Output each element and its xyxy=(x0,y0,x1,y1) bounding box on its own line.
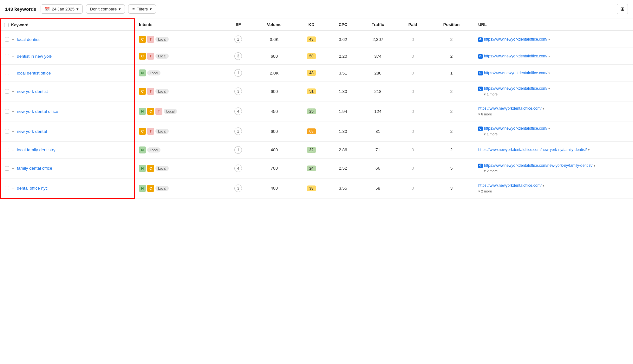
keyword-link[interactable]: local family dentistry xyxy=(17,147,55,152)
volume-cell: 700 xyxy=(253,158,296,178)
table-row: + new york dental office NCTLocal4450251… xyxy=(1,101,633,121)
url-more[interactable]: ▾ 2 more xyxy=(478,189,544,194)
navigational-intent-badge: N xyxy=(139,146,146,153)
keyword-link[interactable]: local dentist xyxy=(17,37,39,42)
compare-button[interactable]: Don't compare ▾ xyxy=(86,4,125,14)
sf-cell: 3 xyxy=(224,81,253,101)
cpc-cell: 2.52 xyxy=(327,158,359,178)
keywords-table: Keyword Intents SF Volume KD CPC Traffic… xyxy=(0,18,633,199)
sf-value: 2 xyxy=(234,127,242,135)
add-keyword-icon[interactable]: + xyxy=(12,129,14,134)
row-checkbox[interactable] xyxy=(5,166,9,171)
sf-cell: 1 xyxy=(224,65,253,81)
kd-cell: 38 xyxy=(296,178,327,198)
url-dropdown-arrow[interactable]: ▾ xyxy=(594,164,595,167)
url-link[interactable]: https://www.newyorkdentaloffice.com/ ▾ xyxy=(484,126,550,131)
row-checkbox[interactable] xyxy=(5,148,9,152)
kd-cell: 50 xyxy=(296,48,327,65)
url-dropdown-arrow[interactable]: ▾ xyxy=(548,38,550,41)
url-dropdown-arrow[interactable]: ▾ xyxy=(543,184,544,187)
keyword-column-header: Keyword xyxy=(1,19,135,31)
kd-cell: 63 xyxy=(296,121,327,141)
row-checkbox[interactable] xyxy=(5,186,9,190)
sf-value: 3 xyxy=(234,88,242,95)
add-keyword-icon[interactable]: + xyxy=(12,109,14,114)
paid-cell: 0 xyxy=(397,178,428,198)
grid-view-button[interactable]: ⊞ xyxy=(617,4,628,14)
url-more[interactable]: ▾ 1 more xyxy=(484,132,550,137)
keyword-link[interactable]: new york dentist xyxy=(17,89,48,94)
grid-icon: ⊞ xyxy=(620,6,624,12)
keyword-link[interactable]: local dentist office xyxy=(17,71,51,75)
row-checkbox[interactable] xyxy=(5,109,9,114)
cpc-cell: 3.51 xyxy=(327,65,359,81)
kd-cell: 48 xyxy=(296,65,327,81)
select-all-checkbox[interactable] xyxy=(4,23,9,27)
url-favicon xyxy=(478,164,483,168)
url-dropdown-arrow[interactable]: ▾ xyxy=(548,71,550,75)
url-dropdown-arrow[interactable]: ▾ xyxy=(548,127,550,130)
url-more[interactable]: ▾ 1 more xyxy=(484,92,550,97)
sf-cell: 4 xyxy=(224,158,253,178)
intents-cell: CTLocal xyxy=(135,81,224,101)
url-dropdown-arrow[interactable]: ▾ xyxy=(548,55,550,58)
position-cell: 2 xyxy=(428,101,474,121)
url-dropdown-arrow[interactable]: ▾ xyxy=(588,148,590,152)
url-more[interactable]: ▾ 6 more xyxy=(478,112,544,117)
traffic-cell: 58 xyxy=(359,178,397,198)
keyword-link[interactable]: family dental office xyxy=(17,166,52,171)
date-label: 24 Jan 2025 xyxy=(52,7,75,11)
sf-cell: 2 xyxy=(224,121,253,141)
row-checkbox[interactable] xyxy=(5,37,9,42)
cpc-cell: 2.20 xyxy=(327,48,359,65)
add-keyword-icon[interactable]: + xyxy=(12,185,14,191)
url-more[interactable]: ▾ 2 more xyxy=(484,169,595,173)
navigational-intent-badge: N xyxy=(139,108,146,115)
paid-cell: 0 xyxy=(397,48,428,65)
intents-cell: CTLocal xyxy=(135,48,224,65)
url-link[interactable]: https://www.newyorkdentaloffice.com/ ▾ xyxy=(484,37,550,42)
url-dropdown-arrow[interactable]: ▾ xyxy=(548,87,550,90)
intents-cell: NLocal xyxy=(135,141,224,158)
filters-button[interactable]: ≡ Filters ▾ xyxy=(128,4,156,14)
row-checkbox[interactable] xyxy=(5,54,9,58)
url-link[interactable]: https://www.newyorkdentaloffice.com/new-… xyxy=(478,147,590,152)
row-checkbox[interactable] xyxy=(5,89,9,94)
volume-cell: 2.0K xyxy=(253,65,296,81)
filter-icon: ≡ xyxy=(132,7,135,11)
url-link[interactable]: https://www.newyorkdentaloffice.com/ ▾ xyxy=(478,183,544,188)
url-favicon xyxy=(478,127,483,131)
keyword-link[interactable]: new york dental xyxy=(17,129,47,134)
local-badge: Local xyxy=(147,70,160,75)
url-link[interactable]: https://www.newyorkdentaloffice.com/ ▾ xyxy=(484,54,550,58)
url-link[interactable]: https://www.newyorkdentaloffice.com/new-… xyxy=(484,163,595,168)
table-row: + local dentist CTLocal23.6K433.622,3070… xyxy=(1,31,633,48)
intents-cell: NCTLocal xyxy=(135,101,224,121)
row-checkbox[interactable] xyxy=(5,129,9,133)
keyword-link[interactable]: dentist in new york xyxy=(17,54,52,59)
commercial-intent-badge: C xyxy=(139,36,146,43)
add-keyword-icon[interactable]: + xyxy=(12,54,14,59)
url-link[interactable]: https://www.newyorkdentaloffice.com/ ▾ xyxy=(484,86,550,91)
keyword-link[interactable]: new york dental office xyxy=(17,109,58,114)
paid-cell: 0 xyxy=(397,158,428,178)
add-keyword-icon[interactable]: + xyxy=(12,37,14,42)
transactional-intent-badge: T xyxy=(147,88,154,95)
toolbar: 143 keywords 📅 24 Jan 2025 ▾ Don't compa… xyxy=(0,0,633,18)
add-keyword-icon[interactable]: + xyxy=(12,147,14,153)
commercial-intent-badge: C xyxy=(139,88,146,95)
row-checkbox[interactable] xyxy=(5,71,9,75)
url-dropdown-arrow[interactable]: ▾ xyxy=(543,107,544,110)
commercial-intent-badge: C xyxy=(139,53,146,60)
keyword-cell: + local family dentistry xyxy=(1,141,135,158)
url-link[interactable]: https://www.newyorkdentaloffice.com/ ▾ xyxy=(484,71,550,75)
traffic-cell: 66 xyxy=(359,158,397,178)
add-keyword-icon[interactable]: + xyxy=(12,166,14,171)
keyword-link[interactable]: dental office nyc xyxy=(17,186,48,191)
url-link[interactable]: https://www.newyorkdentaloffice.com/ ▾ xyxy=(478,106,544,111)
date-button[interactable]: 📅 24 Jan 2025 ▾ xyxy=(41,4,83,14)
kd-badge: 43 xyxy=(307,36,316,42)
add-keyword-icon[interactable]: + xyxy=(12,70,14,75)
table-row: + dental office nyc NCLocal3400383.55580… xyxy=(1,178,633,198)
add-keyword-icon[interactable]: + xyxy=(12,89,14,94)
